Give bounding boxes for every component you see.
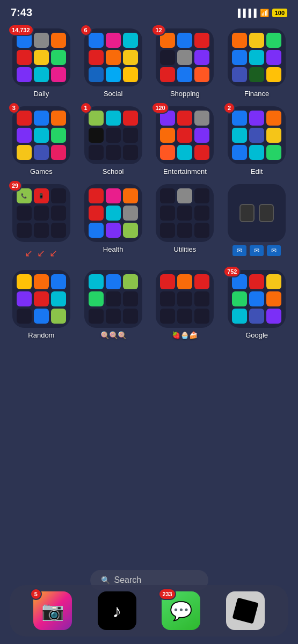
dock-item-tiktok[interactable]: ♪ (98, 591, 136, 630)
folder-item-health[interactable]: Health (82, 184, 145, 261)
mini-app (177, 309, 192, 324)
folder-icon: 14,732 (12, 28, 70, 86)
folder-item-google[interactable]: 752 Google (225, 270, 288, 339)
mini-app (51, 188, 66, 203)
mini-app (89, 309, 104, 324)
badge-edit: 2 (223, 102, 235, 114)
mini-app (177, 223, 192, 238)
mini-app (160, 50, 175, 65)
dock-item-messages[interactable]: 233💬 (162, 591, 200, 630)
mini-app (17, 223, 32, 238)
folder-item-utilities[interactable]: Utilities (154, 184, 217, 261)
mini-app (51, 206, 66, 221)
mini-app (177, 274, 192, 289)
mini-app (266, 128, 281, 143)
mini-app (89, 145, 104, 160)
mini-app (160, 188, 175, 203)
mini-app (106, 33, 121, 48)
folder-item-entertainment[interactable]: 120 Entertainment (154, 106, 217, 175)
mini-app (177, 206, 192, 221)
folder-item-shopping[interactable]: 12 Shopping (154, 28, 217, 98)
dock-badge-messages: 233 (158, 588, 176, 600)
mini-app (51, 309, 66, 324)
mini-app: 📱 (34, 188, 49, 203)
email-icon (232, 245, 246, 256)
mini-app (51, 50, 66, 65)
badge-calls: 29 (8, 180, 22, 192)
folder-icon: 29 📞 📱 (12, 184, 70, 242)
folder-label: 🍭🍭🍭 (100, 331, 126, 339)
watch-row-icons (232, 245, 281, 256)
dock-item-roblox[interactable] (226, 591, 265, 630)
mini-app (160, 309, 175, 324)
email-icon (250, 245, 264, 256)
mini-app (34, 50, 49, 65)
folder-item-school[interactable]: 1 School (82, 106, 145, 175)
folder-item-watch[interactable] (225, 184, 288, 261)
folder-icon (228, 184, 286, 242)
badge-entertainment: 120 (151, 102, 169, 114)
folder-icon (156, 270, 214, 328)
folder-label: 🍓🧁🍰 (172, 331, 198, 339)
folder-label: Google (245, 331, 268, 339)
mini-app (249, 309, 264, 324)
folder-item-edit[interactable]: 2 Edit (225, 106, 288, 175)
dock-item-instagram[interactable]: 5📷 (33, 591, 72, 630)
folder-icon: 752 (228, 270, 286, 328)
mini-app (194, 206, 209, 221)
mini-app (34, 274, 49, 289)
mini-app (123, 111, 138, 126)
status-bar: 7:43 ▐▐▐▐ 📶 100 (0, 0, 298, 23)
mini-app (89, 67, 104, 82)
mini-app (89, 223, 104, 238)
mini-app (106, 223, 121, 238)
folder-icon: 12 (156, 28, 214, 86)
mini-app (89, 111, 104, 126)
folder-item-[interactable]: 🍓🧁🍰 (154, 270, 217, 339)
mini-app (160, 223, 175, 238)
mini-app (160, 206, 175, 221)
mini-app (89, 33, 104, 48)
folder-item-games[interactable]: 3 Games (10, 106, 73, 175)
badge-social: 6 (80, 24, 92, 36)
mini-app (106, 128, 121, 143)
search-icon: 🔍 (101, 576, 110, 584)
mini-app (266, 291, 281, 306)
mini-app (34, 309, 49, 324)
mini-app (160, 145, 175, 160)
folder-item-social[interactable]: 6 Social (82, 28, 145, 98)
folder-label: Finance (244, 90, 269, 98)
missed-call-icon: ↙ (25, 247, 33, 259)
folder-icon: 3 (12, 106, 70, 164)
folder-item-random[interactable]: Random (10, 270, 73, 339)
mini-app (17, 145, 32, 160)
folder-icon: 2 (228, 106, 286, 164)
folder-item-[interactable]: 🍭🍭🍭 (82, 270, 145, 339)
folder-icon (228, 28, 286, 86)
mini-app (266, 67, 281, 82)
mini-app (249, 111, 264, 126)
mini-app (194, 274, 209, 289)
mini-app (194, 67, 209, 82)
mini-app (51, 291, 66, 306)
folder-icon (84, 184, 142, 242)
mini-app (266, 33, 281, 48)
mini-app (123, 145, 138, 160)
mini-app (106, 188, 121, 203)
mini-app (232, 128, 247, 143)
folder-item-calls[interactable]: 29 📞 📱 ↙ ↙ ↙ (10, 184, 73, 261)
mini-app (249, 33, 264, 48)
mini-app (194, 291, 209, 306)
mini-app (17, 206, 32, 221)
mini-app (34, 33, 49, 48)
mini-app (177, 128, 192, 143)
folder-item-daily[interactable]: 14,732 Daily (10, 28, 73, 98)
badge-google: 752 (223, 266, 241, 277)
folder-label: Daily (33, 90, 49, 98)
mini-app (51, 145, 66, 160)
mini-app (51, 128, 66, 143)
mini-app (106, 67, 121, 82)
mini-app (232, 145, 247, 160)
mini-app (123, 33, 138, 48)
folder-item-finance[interactable]: Finance (225, 28, 288, 98)
